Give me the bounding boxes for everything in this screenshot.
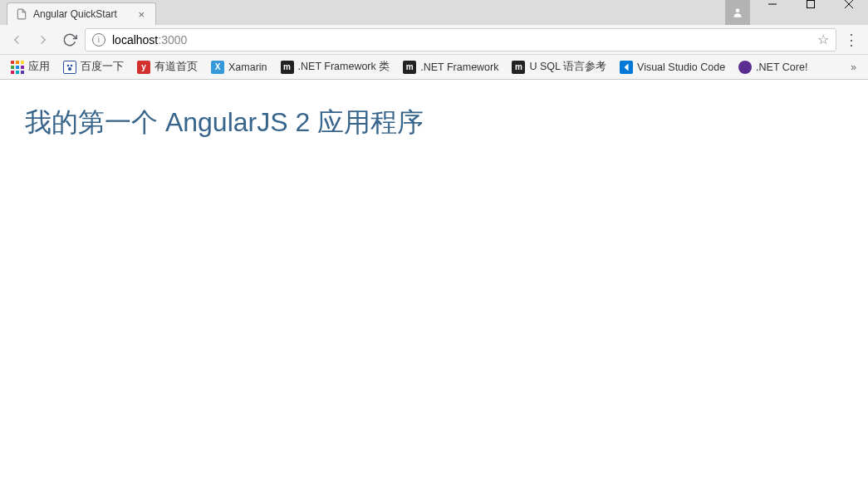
address-bar[interactable]: i localhost:3000 ☆ [85, 28, 836, 51]
bookmark-favicon [738, 61, 752, 74]
bookmark-favicon [63, 61, 76, 74]
bookmark-label: Xamarin [228, 61, 267, 73]
apps-label: 应用 [28, 60, 50, 74]
kebab-menu-icon: ⋮ [844, 31, 859, 49]
site-info-icon[interactable]: i [92, 33, 105, 47]
svg-point-6 [71, 64, 73, 66]
bookmark-favicon: m [281, 61, 294, 74]
page-content: 我的第一个 AngularJS 2 应用程序 [0, 80, 868, 166]
browser-chrome: Angular QuickStart × [0, 0, 868, 80]
bookmarks-bar: 应用 百度一下y有道首页XXamarinm.NET Framework 类m.N… [0, 55, 868, 80]
bookmark-label: .NET Framework 类 [298, 60, 390, 74]
svg-point-0 [736, 8, 740, 12]
close-tab-icon[interactable]: × [135, 8, 147, 21]
bookmark-item[interactable]: m.NET Framework [397, 58, 504, 76]
arrow-right-icon [36, 32, 51, 47]
bookmark-item[interactable]: m.NET Framework 类 [275, 57, 396, 76]
bookmark-item[interactable]: XXamarin [205, 58, 273, 76]
user-icon [732, 7, 743, 18]
browser-tab[interactable]: Angular QuickStart × [7, 2, 156, 25]
svg-point-7 [68, 67, 71, 71]
arrow-left-icon [9, 32, 24, 47]
bookmark-item[interactable]: 百度一下 [57, 57, 130, 76]
bookmark-star-icon[interactable]: ☆ [817, 32, 829, 47]
back-button[interactable] [5, 28, 28, 51]
bookmark-label: .NET Framework [420, 61, 498, 73]
bookmarks-overflow-button[interactable]: » [844, 59, 863, 76]
window-minimize-button[interactable] [753, 0, 792, 8]
apps-grid-icon [11, 61, 24, 74]
tab-strip: Angular QuickStart × [0, 0, 868, 25]
bookmark-label: 百度一下 [81, 60, 124, 74]
url-host: localhost [112, 33, 158, 47]
page-heading: 我的第一个 AngularJS 2 应用程序 [25, 105, 843, 141]
reload-icon [62, 32, 77, 47]
apps-button[interactable]: 应用 [5, 57, 56, 76]
bookmark-label: U SQL 语言参考 [529, 60, 606, 74]
bookmark-label: 有道首页 [154, 60, 198, 74]
window-close-button[interactable] [830, 0, 868, 8]
forward-button[interactable] [32, 28, 55, 51]
bookmark-label: Visual Studio Code [637, 61, 725, 73]
user-avatar-button[interactable] [725, 0, 750, 25]
minimize-icon [768, 0, 777, 8]
bookmark-favicon: y [137, 61, 150, 74]
tab-title: Angular QuickStart [33, 8, 117, 20]
bookmark-item[interactable]: mU SQL 语言参考 [506, 57, 612, 76]
bookmark-favicon [620, 61, 633, 74]
url-port: :3000 [158, 33, 187, 47]
address-bar-row: i localhost:3000 ☆ ⋮ [0, 25, 868, 55]
svg-point-5 [67, 64, 70, 66]
chrome-menu-button[interactable]: ⋮ [840, 28, 863, 51]
svg-rect-2 [807, 1, 815, 8]
bookmark-item[interactable]: y有道首页 [131, 57, 204, 76]
bookmark-favicon: m [512, 61, 525, 74]
bookmark-favicon: m [403, 61, 416, 74]
maximize-icon [807, 0, 815, 8]
file-icon [16, 8, 27, 20]
window-maximize-button[interactable] [792, 0, 830, 8]
bookmark-item[interactable]: .NET Core! [733, 58, 813, 76]
reload-button[interactable] [58, 28, 81, 51]
close-icon [845, 0, 853, 8]
bookmark-favicon: X [211, 61, 224, 74]
bookmark-label: .NET Core! [756, 61, 807, 73]
bookmark-item[interactable]: Visual Studio Code [614, 58, 731, 76]
